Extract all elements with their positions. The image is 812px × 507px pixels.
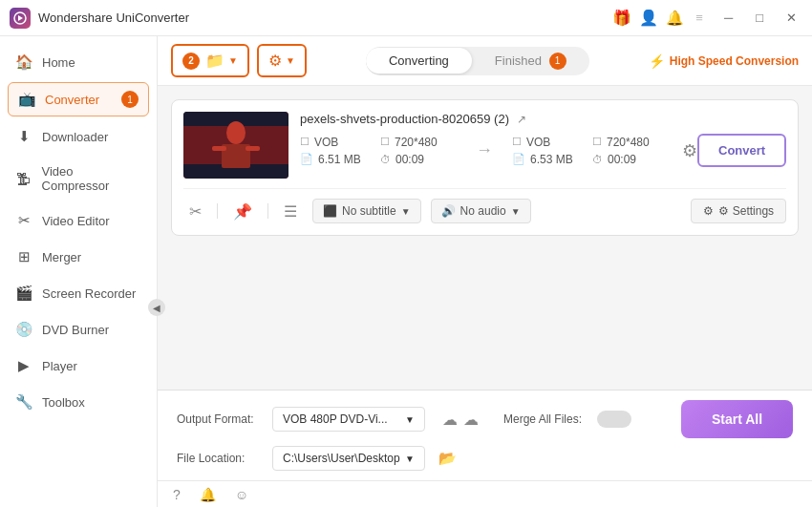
add-badge: 2 xyxy=(182,53,200,70)
gift-icon[interactable]: 🎁 xyxy=(612,9,631,27)
downloader-icon: ⬇ xyxy=(15,128,32,145)
title-bar-right: 🎁 👤 🔔 ≡ ─ □ ✕ xyxy=(612,9,802,27)
clip-button[interactable]: 📌 xyxy=(227,201,258,222)
finished-tab-label: Finished xyxy=(495,53,542,67)
size-icon: 📄 xyxy=(300,153,313,165)
sidebar-item-video-compressor[interactable]: 🗜 Video Compressor xyxy=(0,155,157,202)
output-format-label: Output Format: xyxy=(177,412,263,426)
input-meta: ☐ VOB 📄 6.51 MB xyxy=(300,136,376,166)
cut-button[interactable]: ✂ xyxy=(183,201,207,222)
input-duration: ⏱ 00:09 xyxy=(380,153,457,166)
input-size: 📄 6.51 MB xyxy=(300,153,376,166)
finished-badge: 1 xyxy=(549,53,566,70)
output-size: 📄 6.53 MB xyxy=(512,153,588,166)
svg-rect-6 xyxy=(246,146,260,151)
player-icon: ▶ xyxy=(15,357,32,374)
notification-icon[interactable]: 🔔 xyxy=(200,487,216,502)
sidebar-item-converter[interactable]: 📺 Converter 1 xyxy=(8,82,149,116)
output-format-select[interactable]: VOB 480P DVD-Vi... ▼ xyxy=(272,407,425,432)
file-info: pexels-shvets-production-8020659 (2) ↗ ☐… xyxy=(300,112,786,167)
toolbar-left: 2 📁 ▼ ⚙ ▼ xyxy=(171,44,307,77)
convert-btn-col: Convert xyxy=(697,134,786,167)
convert-button[interactable]: Convert xyxy=(697,134,786,167)
sidebar-item-toolbox[interactable]: 🔧 Toolbox xyxy=(0,384,157,420)
sidebar-label-compressor: Video Compressor xyxy=(42,164,141,193)
format-icon: ☐ xyxy=(300,136,310,148)
thumb-image xyxy=(183,112,288,179)
file-meta: ☐ VOB 📄 6.51 MB ☐ xyxy=(300,134,786,167)
profile-icon[interactable]: ☺ xyxy=(235,487,248,502)
converter-icon: 📺 xyxy=(18,91,35,108)
start-all-button[interactable]: Start All xyxy=(681,400,793,438)
sidebar-label-player: Player xyxy=(42,359,77,373)
sidebar-label-merger: Merger xyxy=(42,250,81,264)
sidebar-item-home[interactable]: 🏠 Home xyxy=(0,44,157,80)
cloud-upload-icon[interactable]: ☁ xyxy=(463,411,479,429)
sidebar-label-home: Home xyxy=(42,55,75,70)
toolbox-icon: 🔧 xyxy=(15,393,32,411)
minimize-button[interactable]: ─ xyxy=(718,9,738,27)
input-duration-value: 00:09 xyxy=(395,153,424,166)
subtitle-select[interactable]: ⬛ No subtitle ▼ xyxy=(312,199,421,223)
converter-badge: 1 xyxy=(121,91,139,108)
sidebar-item-dvd-burner[interactable]: 💿 DVD Burner xyxy=(0,311,157,348)
file-name-row: pexels-shvets-production-8020659 (2) ↗ xyxy=(300,112,786,126)
file-thumbnail[interactable] xyxy=(183,112,288,179)
sidebar-item-merger[interactable]: ⊞ Merger xyxy=(0,239,157,275)
output-duration: ⏱ 00:09 xyxy=(592,153,669,166)
output-format-row: Output Format: VOB 480P DVD-Vi... ▼ ☁ ☁ … xyxy=(177,400,793,438)
output-settings-icon[interactable]: ⚙ xyxy=(682,140,697,161)
sidebar-item-screen-recorder[interactable]: 🎬 Screen Recorder xyxy=(0,275,157,311)
help-icon[interactable]: ? xyxy=(173,487,181,502)
sidebar-item-video-editor[interactable]: ✂ Video Editor xyxy=(0,202,157,239)
add-files-button[interactable]: 2 📁 ▼ xyxy=(171,44,249,77)
editor-icon: ✂ xyxy=(15,212,32,229)
output-meta: ☐ VOB 📄 6.53 MB xyxy=(512,136,588,166)
file-card: pexels-shvets-production-8020659 (2) ↗ ☐… xyxy=(171,99,799,236)
subtitle-icon: ⬛ xyxy=(323,204,337,218)
sidebar-label-downloader: Downloader xyxy=(42,130,108,144)
audio-select[interactable]: 🔊 No audio ▼ xyxy=(431,199,531,223)
close-button[interactable]: ✕ xyxy=(780,9,802,27)
toolbar: 2 📁 ▼ ⚙ ▼ Converting Finished 1 ⚡ High S… xyxy=(158,36,812,86)
sidebar-item-player[interactable]: ▶ Player xyxy=(0,348,157,384)
out-res-icon: ☐ xyxy=(592,136,602,148)
main-layout: 🏠 Home 📺 Converter 1 ⬇ Downloader 🗜 Vide… xyxy=(0,36,812,507)
sidebar-collapse-btn[interactable]: ◀ xyxy=(148,299,165,316)
folder-browse-icon[interactable]: 📂 xyxy=(438,450,457,467)
compressor-icon: 🗜 xyxy=(15,171,32,187)
bottom-bar: Output Format: VOB 480P DVD-Vi... ▼ ☁ ☁ … xyxy=(158,390,812,480)
arrow-col: → xyxy=(457,140,512,160)
settings-label: ⚙ Settings xyxy=(718,204,774,218)
card-settings-btn[interactable]: ⚙ ⚙ Settings xyxy=(691,199,786,223)
high-speed-conversion[interactable]: ⚡ High Speed Conversion xyxy=(649,53,799,69)
divider-2 xyxy=(267,203,268,219)
sidebar-label-editor: Video Editor xyxy=(42,214,110,228)
sidebar-label-recorder: Screen Recorder xyxy=(42,286,136,301)
subtitle-label: No subtitle xyxy=(342,204,396,218)
list-button[interactable]: ☰ xyxy=(278,201,303,222)
input-format-value: VOB xyxy=(314,136,338,149)
merge-toggle[interactable] xyxy=(597,411,631,428)
cloud-icon[interactable]: ☁ xyxy=(442,411,458,429)
add-settings-button[interactable]: ⚙ ▼ xyxy=(257,44,307,77)
maximize-button[interactable]: □ xyxy=(750,9,769,27)
external-link-icon[interactable]: ↗ xyxy=(517,113,526,126)
finished-tab[interactable]: Finished 1 xyxy=(472,47,589,75)
add-dropdown-icon: ▼ xyxy=(228,55,238,66)
content-area: 2 📁 ▼ ⚙ ▼ Converting Finished 1 ⚡ High S… xyxy=(158,36,812,507)
svg-point-3 xyxy=(226,121,246,144)
bell-icon[interactable]: 🔔 xyxy=(666,10,684,27)
file-location-select[interactable]: C:\Users\User\Desktop ▼ xyxy=(272,446,425,471)
sidebar-item-downloader[interactable]: ⬇ Downloader xyxy=(0,118,157,155)
dur-icon: ⏱ xyxy=(380,154,391,165)
converting-tab[interactable]: Converting xyxy=(366,48,472,74)
title-bar: Wondershare UniConverter 🎁 👤 🔔 ≡ ─ □ ✕ xyxy=(0,0,812,36)
recorder-icon: 🎬 xyxy=(15,285,32,302)
audio-label: No audio xyxy=(460,204,506,218)
out-format-icon: ☐ xyxy=(512,136,522,148)
file-location-value: C:\Users\User\Desktop xyxy=(283,452,400,465)
lightning-icon: ⚡ xyxy=(649,53,665,69)
output-dur-value: 00:09 xyxy=(608,153,636,166)
user-icon[interactable]: 👤 xyxy=(639,9,658,27)
